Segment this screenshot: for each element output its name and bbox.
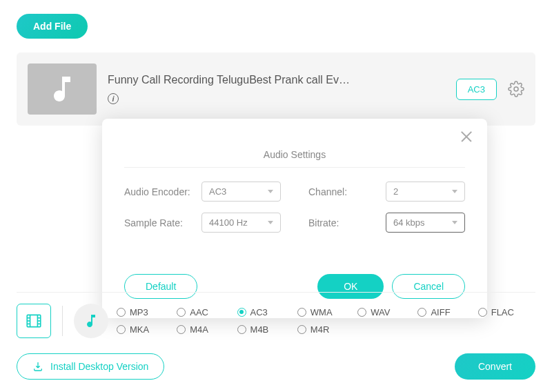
format-label: AC3	[250, 307, 268, 317]
radio-icon	[177, 325, 186, 334]
format-option-m4r[interactable]: M4R	[297, 324, 355, 335]
format-option-aiff[interactable]: AIFF	[417, 307, 475, 317]
video-tab[interactable]	[17, 304, 51, 338]
file-row: Funny Call Recording TeluguBest Prank ca…	[17, 52, 535, 126]
samplerate-label: Sample Rate:	[124, 217, 193, 228]
format-option-mka[interactable]: MKA	[117, 324, 174, 335]
format-option-wma[interactable]: WMA	[297, 307, 355, 317]
file-thumbnail	[28, 63, 97, 115]
format-label: M4B	[250, 324, 269, 335]
radio-icon	[117, 308, 126, 317]
format-option-wav[interactable]: WAV	[357, 307, 415, 317]
format-label: M4R	[310, 324, 329, 335]
format-option-ac3[interactable]: AC3	[237, 307, 295, 317]
svg-point-0	[514, 87, 518, 91]
film-icon	[25, 312, 43, 330]
radio-icon	[417, 308, 426, 317]
format-label: WAV	[371, 307, 390, 317]
channel-select[interactable]: 2	[386, 182, 465, 202]
radio-icon	[177, 308, 186, 317]
audio-settings-modal: Audio Settings Audio Encoder: AC3 Channe…	[102, 119, 487, 318]
gear-icon[interactable]	[508, 81, 524, 97]
encoder-select[interactable]: AC3	[201, 182, 281, 202]
samplerate-select[interactable]: 44100 Hz	[201, 213, 281, 233]
format-option-m4a[interactable]: M4A	[177, 324, 234, 335]
format-option-flac[interactable]: FLAC	[478, 307, 535, 317]
format-label: M4A	[190, 324, 208, 335]
format-option-m4b[interactable]: M4B	[237, 324, 295, 335]
radio-icon	[117, 325, 126, 334]
chevron-down-icon	[452, 221, 457, 224]
format-badge[interactable]: AC3	[456, 79, 497, 100]
info-icon[interactable]: i	[108, 93, 119, 104]
convert-button[interactable]: Convert	[455, 353, 535, 380]
chevron-down-icon	[268, 190, 273, 193]
close-icon[interactable]	[460, 130, 473, 144]
bitrate-select[interactable]: 64 kbps	[386, 213, 465, 233]
file-title: Funny Call Recording TeluguBest Prank ca…	[108, 74, 445, 86]
radio-icon	[478, 308, 487, 317]
format-label: AAC	[190, 307, 208, 317]
format-label: FLAC	[491, 307, 514, 317]
chevron-down-icon	[452, 190, 457, 193]
radio-icon	[297, 308, 306, 317]
radio-icon	[357, 308, 366, 317]
format-label: MKA	[130, 324, 149, 335]
radio-icon	[237, 308, 246, 317]
format-label: WMA	[310, 307, 333, 317]
format-option-mp3[interactable]: MP3	[117, 307, 174, 317]
encoder-label: Audio Encoder:	[124, 186, 193, 197]
radio-icon	[297, 325, 306, 334]
format-label: MP3	[130, 307, 148, 317]
radio-icon	[237, 325, 246, 334]
music-note-icon	[46, 72, 79, 106]
channel-label: Channel:	[308, 186, 377, 197]
chevron-down-icon	[268, 221, 273, 224]
format-label: AIFF	[431, 307, 450, 317]
format-option-aac[interactable]: AAC	[177, 307, 234, 317]
bitrate-label: Bitrate:	[308, 217, 377, 228]
divider	[62, 306, 63, 336]
install-desktop-button[interactable]: Install Desktop Version	[17, 353, 164, 380]
audio-tab[interactable]	[74, 304, 108, 338]
modal-title: Audio Settings	[124, 133, 465, 168]
download-icon	[32, 361, 43, 372]
music-icon	[83, 313, 99, 329]
format-bar: MP3AACAC3WMAWAVAIFFFLACMKAM4AM4BM4R	[17, 292, 535, 338]
add-file-button[interactable]: Add File	[17, 14, 88, 39]
